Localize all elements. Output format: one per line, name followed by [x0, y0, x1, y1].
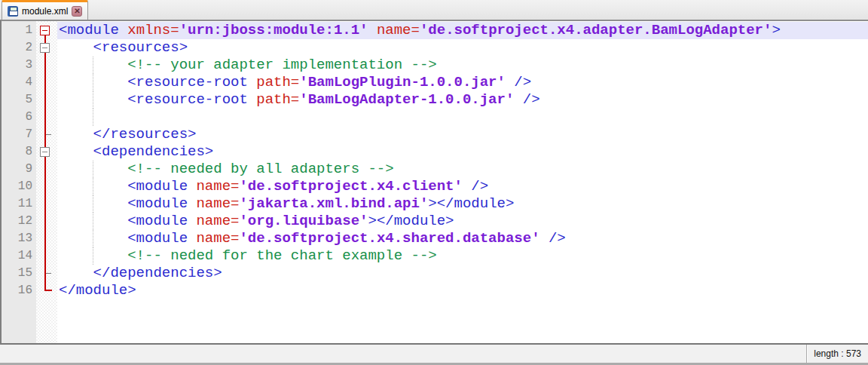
- code-text[interactable]: [57, 109, 868, 126]
- code-text[interactable]: </resources>: [57, 126, 868, 143]
- line-number: 15: [2, 265, 36, 282]
- fold-margin-cell[interactable]: [36, 143, 57, 161]
- status-bar: length : 573: [0, 345, 868, 365]
- code-text[interactable]: </dependencies>: [57, 265, 868, 282]
- code-line[interactable]: 13 <module name='de.softproject.x4.share…: [2, 230, 868, 247]
- fold-margin-cell: [36, 74, 57, 91]
- line-number: 14: [2, 247, 36, 265]
- code-text[interactable]: <!-- neded for the chart example -->: [57, 247, 868, 265]
- code-text[interactable]: </module>: [57, 282, 868, 299]
- code-line[interactable]: 15 </dependencies>: [2, 265, 868, 282]
- code-line[interactable]: 11 <module name='jakarta.xml.bind.api'><…: [2, 195, 868, 213]
- line-number: 16: [2, 282, 36, 299]
- fold-margin-cell: [36, 195, 57, 213]
- code-line[interactable]: 9 <!-- needed by all adapters -->: [2, 161, 868, 178]
- fold-collapse-icon: [40, 147, 50, 157]
- code-editor[interactable]: 1<module xmlns='urn:jboss:module:1.1' na…: [0, 20, 868, 345]
- code-line[interactable]: 7 </resources>: [2, 126, 868, 143]
- line-number: 5: [2, 91, 36, 109]
- line-number: 12: [2, 213, 36, 230]
- fold-margin-cell: [36, 230, 57, 247]
- fold-margin-cell[interactable]: [36, 39, 57, 57]
- tab-bar: module.xml ✕: [0, 0, 868, 20]
- code-text[interactable]: <module name='jakarta.xml.bind.api'></mo…: [57, 195, 868, 213]
- fold-margin-cell[interactable]: [36, 22, 57, 39]
- status-length: length : 573: [806, 345, 868, 363]
- fold-collapse-icon: [40, 26, 50, 35]
- code-line[interactable]: 10 <module name='de.softproject.x4.clien…: [2, 178, 868, 195]
- fold-margin-cell: [36, 57, 57, 74]
- fold-margin-cell: [36, 161, 57, 178]
- code-text[interactable]: <!-- needed by all adapters -->: [57, 161, 868, 178]
- code-line[interactable]: 3 <!-- your adapter implementation -->: [2, 57, 868, 74]
- code-line[interactable]: 4 <resource-root path='BamLogPlugin-1.0.…: [2, 74, 868, 91]
- line-number: 4: [2, 74, 36, 91]
- floppy-disk-icon: [8, 6, 18, 17]
- code-text[interactable]: <module name='de.softproject.x4.shared.d…: [57, 230, 868, 247]
- fold-margin-cell: [36, 247, 57, 265]
- code-text[interactable]: <module name='org.liquibase'></module>: [57, 213, 868, 230]
- line-number: 8: [2, 143, 36, 161]
- fold-margin-cell: [36, 282, 57, 299]
- line-number: 9: [2, 161, 36, 178]
- fold-margin-cell: [36, 109, 57, 126]
- code-text[interactable]: <resources>: [57, 39, 868, 57]
- tab-module-xml[interactable]: module.xml ✕: [2, 0, 88, 20]
- line-number: 7: [2, 126, 36, 143]
- line-number: 3: [2, 57, 36, 74]
- code-line[interactable]: 16</module>: [2, 282, 868, 299]
- code-text[interactable]: <module name='de.softproject.x4.client' …: [57, 178, 868, 195]
- fold-margin-cell: [36, 213, 57, 230]
- fold-margin-cell: [36, 91, 57, 109]
- line-number: 10: [2, 178, 36, 195]
- code-line[interactable]: 2 <resources>: [2, 39, 868, 57]
- code-text[interactable]: <resource-root path='BamLogPlugin-1.0.0.…: [57, 74, 868, 91]
- code-text[interactable]: <dependencies>: [57, 143, 868, 161]
- code-line[interactable]: 14 <!-- neded for the chart example -->: [2, 247, 868, 265]
- code-line[interactable]: 5 <resource-root path='BamLogAdapter-1.0…: [2, 91, 868, 109]
- code-text[interactable]: <!-- your adapter implementation -->: [57, 57, 868, 74]
- fold-margin-cell: [36, 126, 57, 143]
- code-line[interactable]: 1<module xmlns='urn:jboss:module:1.1' na…: [2, 22, 868, 39]
- code-line[interactable]: 12 <module name='org.liquibase'></module…: [2, 213, 868, 230]
- notepad-window: module.xml ✕ 1<module xmlns='urn:jboss:m…: [0, 0, 868, 365]
- line-number: 13: [2, 230, 36, 247]
- line-number: 2: [2, 39, 36, 57]
- fold-margin-cell: [36, 265, 57, 282]
- code-text[interactable]: <resource-root path='BamLogAdapter-1.0.0…: [57, 91, 868, 109]
- tab-title: module.xml: [22, 6, 68, 17]
- code-text[interactable]: <module xmlns='urn:jboss:module:1.1' nam…: [57, 22, 868, 39]
- code-line[interactable]: 6: [2, 109, 868, 126]
- close-icon[interactable]: ✕: [72, 6, 82, 17]
- line-number: 1: [2, 22, 36, 39]
- line-number: 11: [2, 195, 36, 213]
- code-rows: 1<module xmlns='urn:jboss:module:1.1' na…: [2, 22, 868, 299]
- fold-collapse-icon: [40, 43, 50, 53]
- code-line[interactable]: 8 <dependencies>: [2, 143, 868, 161]
- line-number: 6: [2, 109, 36, 126]
- fold-margin-cell: [36, 178, 57, 195]
